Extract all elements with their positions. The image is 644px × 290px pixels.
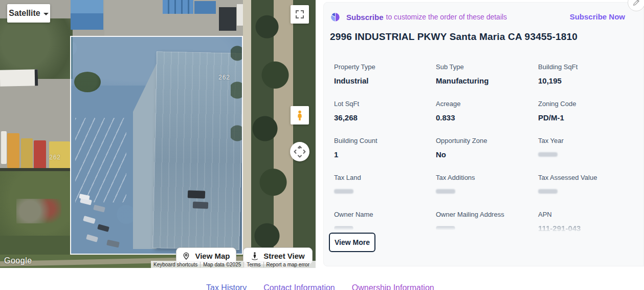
parcel-trees-right-edge xyxy=(231,41,243,164)
field-value: Manufacturing xyxy=(436,76,538,85)
parked-truck xyxy=(193,201,208,209)
map-container-orange xyxy=(7,133,19,168)
map-pin-icon xyxy=(182,252,190,260)
field-label: Sub Type xyxy=(436,59,538,71)
terms-link[interactable]: Terms xyxy=(244,262,263,267)
street-view-label: Street View xyxy=(263,252,305,260)
redacted-value xyxy=(538,189,558,194)
field-tax-year: Tax Year xyxy=(538,133,634,170)
subscribe-description: to customize the order of these details xyxy=(386,13,507,21)
map-trees-right xyxy=(251,0,292,268)
property-detail-page: 262 262 Satellite xyxy=(0,0,644,290)
brand-pie-icon xyxy=(330,12,341,23)
satellite-map[interactable]: 262 262 Satellite xyxy=(0,0,316,268)
redacted-value xyxy=(334,226,353,231)
redacted-value xyxy=(538,152,558,157)
keyboard-shortcuts-link[interactable]: Keyboard shortcuts xyxy=(151,262,201,267)
field-label: Lot SqFt xyxy=(334,96,436,108)
chevron-down-icon xyxy=(43,13,49,15)
field-value: No xyxy=(436,150,538,159)
redacted-value xyxy=(436,226,455,231)
pan-arrows-icon xyxy=(293,145,306,158)
property-address-title: 2996 INDUSTRIAL PKWY Santa Maria CA 9345… xyxy=(330,31,578,43)
map-blue-rooftop xyxy=(71,0,103,30)
field-label: Building Count xyxy=(334,133,436,144)
pencil-icon xyxy=(632,0,640,7)
subscribe-now-link[interactable]: Subscribe Now xyxy=(570,12,625,21)
field-value: 36,268 xyxy=(334,113,436,122)
report-map-error-link[interactable]: Report a map error xyxy=(264,262,312,267)
redacted-value xyxy=(334,189,353,194)
view-more-button[interactable]: View More xyxy=(329,233,375,252)
map-blue-vehicles xyxy=(163,0,193,14)
map-type-label: Satellite xyxy=(9,9,40,18)
field-value: PD/M-1 xyxy=(538,113,634,122)
google-logo[interactable]: Google xyxy=(4,256,32,265)
parked-car xyxy=(86,234,98,242)
field-zoning-code: Zoning Code PD/M-1 xyxy=(538,96,634,133)
field-owner-mailing-address: Owner Mailing Address xyxy=(436,207,538,244)
field-label: Tax Assessed Value xyxy=(538,170,634,181)
map-data-copyright: Map data ©2025 xyxy=(201,262,244,267)
field-opportunity-zone: Opportunity Zone No xyxy=(436,133,538,170)
fullscreen-button[interactable] xyxy=(291,5,309,24)
map-container-white xyxy=(1,131,7,164)
field-property-type: Property Type Industrial xyxy=(334,59,436,96)
parked-car xyxy=(83,216,96,224)
map-field-debris xyxy=(16,199,61,223)
field-label: Property Type xyxy=(334,59,436,71)
building-roof-ribs xyxy=(152,51,243,250)
field-sub-type: Sub Type Manufacturing xyxy=(436,59,538,96)
map-blue-vehicles xyxy=(194,1,216,14)
parked-car xyxy=(106,240,120,248)
parcel-tree xyxy=(74,72,101,92)
detail-section-tabs: Tax History Contact Information Ownershi… xyxy=(206,283,434,290)
field-value: 0.833 xyxy=(436,113,538,122)
field-label: Building SqFt xyxy=(538,59,634,71)
tab-tax-history[interactable]: Tax History xyxy=(206,283,247,290)
field-building-count: Building Count 1 xyxy=(334,133,436,170)
field-label: APN xyxy=(538,207,634,218)
field-label: Tax Year xyxy=(538,133,634,144)
map-street-number-label: 262 xyxy=(218,74,230,81)
map-type-dropdown[interactable]: Satellite xyxy=(7,4,50,23)
map-container-red xyxy=(34,140,46,170)
map-dark-truck xyxy=(219,7,236,31)
field-apn: APN 111-291-043 xyxy=(538,207,634,244)
tab-ownership-information[interactable]: Ownership Information xyxy=(352,283,434,290)
field-label: Acreage xyxy=(436,96,538,108)
pegman-button[interactable] xyxy=(291,106,309,125)
fullscreen-icon xyxy=(295,10,304,19)
field-label: Owner Mailing Address xyxy=(436,207,538,218)
pan-control-button[interactable] xyxy=(290,142,309,161)
field-label: Opportunity Zone xyxy=(436,133,538,144)
parked-car xyxy=(97,224,109,232)
map-container-amber xyxy=(21,138,33,170)
field-label: Tax Land xyxy=(334,170,436,181)
field-label: Tax Additions xyxy=(436,170,538,181)
field-lot-sqft: Lot SqFt 36,268 xyxy=(334,96,436,133)
view-map-label: View Map xyxy=(195,252,230,260)
map-street-number-label: 262 xyxy=(49,154,61,161)
tab-contact-information[interactable]: Contact Information xyxy=(263,283,335,290)
field-value: 111-291-043 xyxy=(538,224,634,233)
field-acreage: Acreage 0.833 xyxy=(436,96,538,133)
street-view-pegman-icon xyxy=(251,252,259,261)
redacted-value xyxy=(436,189,455,194)
field-value: 10,195 xyxy=(538,76,634,85)
property-parcel-highlight[interactable]: 262 xyxy=(70,36,243,255)
parcel-parking-stripes xyxy=(75,118,126,202)
property-fields-grid: Property Type Industrial Sub Type Manufa… xyxy=(334,59,636,244)
field-label: Zoning Code xyxy=(538,96,634,108)
field-value: 1 xyxy=(334,150,436,159)
field-building-sqft: Building SqFt 10,195 xyxy=(538,59,634,96)
field-tax-additions: Tax Additions xyxy=(436,170,538,207)
parked-car xyxy=(93,204,105,212)
map-attribution-bar: Keyboard shortcuts Map data ©2025 Terms … xyxy=(151,261,316,268)
field-tax-land: Tax Land xyxy=(334,170,436,207)
map-white-building xyxy=(0,69,38,86)
field-tax-assessed-value: Tax Assessed Value xyxy=(538,170,634,207)
parked-truck xyxy=(188,190,206,198)
parcel-main-building xyxy=(152,51,243,250)
field-label: Owner Name xyxy=(334,207,436,218)
